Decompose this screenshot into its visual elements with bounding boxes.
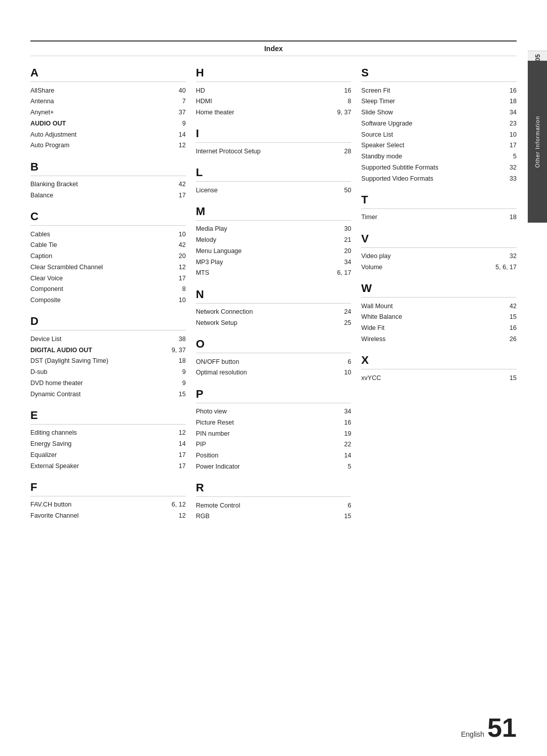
index-row: Melody21: [196, 235, 351, 246]
index-term: Balance: [30, 191, 53, 200]
index-row: External Speaker17: [30, 460, 186, 472]
index-page: 32: [510, 163, 517, 173]
index-row: Blanking Bracket42: [30, 179, 186, 190]
letter-heading-A: A: [30, 66, 186, 82]
index-term: External Speaker: [30, 461, 79, 471]
index-header: Index: [30, 40, 517, 56]
index-term: xvYCC: [361, 373, 381, 383]
index-term: DVD home theater: [30, 379, 83, 388]
index-row: Cable Tie42: [30, 240, 186, 251]
index-page: 33: [510, 174, 517, 184]
index-page: 7: [182, 97, 186, 106]
index-row: Supported Video Formats33: [361, 173, 517, 184]
index-row: Dynamic Contrast15: [30, 389, 186, 400]
index-term: RGB: [196, 512, 210, 521]
index-row: Picture Reset16: [196, 417, 351, 428]
index-row: MP3 Play34: [196, 257, 351, 268]
index-row: AUDIO OUT9: [30, 118, 186, 129]
index-term: Internet Protocol Setup: [196, 147, 261, 156]
section-I: IInternet Protocol Setup28: [196, 127, 351, 157]
index-term: D-sub: [30, 367, 47, 377]
index-term: Cable Tie: [30, 240, 57, 250]
index-row: Composite10: [30, 295, 186, 306]
index-term: Menu Language: [196, 246, 242, 256]
index-row: DVD home theater9: [30, 377, 186, 389]
index-page: 50: [344, 186, 351, 195]
index-term: Software Upgrade: [361, 119, 412, 129]
index-term: Speaker Select: [361, 141, 404, 150]
index-page: 19: [344, 429, 351, 439]
index-page: 8: [182, 284, 186, 294]
index-page: 9: [182, 119, 186, 129]
section-R: RRemote Control6RGB15: [196, 481, 351, 522]
index-term: Editing channels: [30, 428, 77, 438]
letter-heading-L: L: [196, 166, 351, 182]
letter-heading-C: C: [30, 210, 186, 226]
letter-heading-I: I: [196, 127, 351, 143]
index-page: 17: [179, 191, 186, 200]
index-page: 10: [510, 130, 517, 140]
section-D: DDevice List38DIGITAL AUDIO OUT9, 37DST …: [30, 315, 186, 400]
index-row: License50: [196, 185, 351, 196]
index-term: Clear Scrambled Channel: [30, 263, 103, 272]
page-footer: English 51: [461, 715, 517, 741]
index-term: Optimal resolution: [196, 368, 247, 377]
index-term: Dynamic Contrast: [30, 390, 81, 399]
index-term: Cables: [30, 230, 50, 239]
section-B: BBlanking Bracket42Balance17: [30, 160, 186, 201]
index-term: FAV.CH button: [30, 500, 71, 510]
index-page: 22: [344, 440, 351, 449]
index-row: Software Upgrade23: [361, 118, 517, 129]
index-page: 10: [344, 368, 351, 377]
index-term: Anynet+: [30, 108, 54, 117]
index-row: Equalizer17: [30, 449, 186, 460]
page: 05 Other Information Index AAllShare40An…: [0, 0, 547, 756]
index-page: 25: [344, 318, 351, 328]
letter-heading-X: X: [361, 354, 517, 369]
index-row: Sleep Timer18: [361, 96, 517, 107]
index-row: xvYCC15: [361, 372, 517, 384]
index-page: 14: [179, 130, 186, 140]
index-page: 9: [182, 367, 186, 377]
index-row: Optimal resolution10: [196, 367, 351, 379]
index-page: 12: [179, 263, 186, 272]
index-page: 15: [510, 312, 517, 322]
index-page: 37: [179, 108, 186, 117]
section-W: WWall Mount42White Balance15Wide Fit16Wi…: [361, 282, 517, 345]
letter-heading-B: B: [30, 160, 186, 176]
index-term: Component: [30, 284, 63, 294]
section-S: SScreen Fit16Sleep Timer18Slide Show34So…: [361, 66, 517, 184]
index-page: 24: [344, 307, 351, 317]
index-term: Network Connection: [196, 307, 253, 317]
index-term: AllShare: [30, 86, 54, 96]
index-term: Device List: [30, 334, 61, 344]
index-page: 9, 37: [337, 108, 351, 117]
index-page: 10: [179, 230, 186, 239]
section-M: MMedia Play30Melody21Menu Language20MP3 …: [196, 205, 351, 279]
index-row: Auto Adjustment14: [30, 129, 186, 140]
index-page: 17: [510, 141, 517, 150]
index-term: Equalizer: [30, 450, 57, 460]
letter-heading-D: D: [30, 315, 186, 330]
index-page: 16: [344, 86, 351, 96]
index-row: Clear Voice17: [30, 273, 186, 284]
column-2: HHD16HDMI8Home theater9, 37IInternet Pro…: [196, 66, 362, 531]
index-term: Power Indicator: [196, 462, 240, 472]
index-term: Video play: [361, 251, 390, 261]
index-page: 20: [344, 246, 351, 256]
index-term: DIGITAL AUDIO OUT: [30, 346, 92, 355]
index-row: Home theater9, 37: [196, 107, 351, 118]
index-term: Wireless: [361, 334, 385, 344]
index-term: MTS: [196, 268, 209, 278]
index-row: Power Indicator5: [196, 461, 351, 472]
index-page: 23: [510, 119, 517, 129]
section-X: XxvYCC15: [361, 354, 517, 384]
index-row: Favorite Channel12: [30, 511, 186, 522]
index-page: 9, 37: [172, 346, 186, 355]
index-row: ON/OFF button6: [196, 356, 351, 367]
index-row: Wide Fit16: [361, 323, 517, 334]
index-page: 17: [179, 461, 186, 471]
index-page: 30: [344, 224, 351, 234]
index-row: Network Connection24: [196, 307, 351, 318]
section-H: HHD16HDMI8Home theater9, 37: [196, 66, 351, 118]
